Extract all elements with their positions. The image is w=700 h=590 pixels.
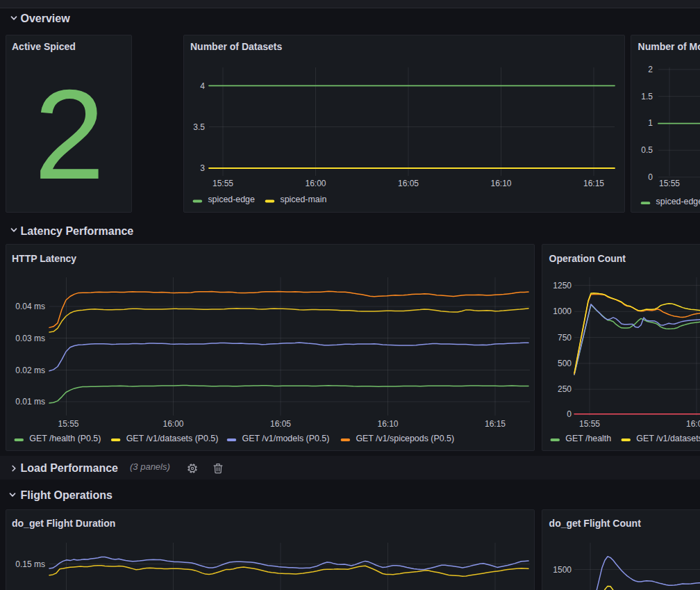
svg-text:16:10: 16:10 xyxy=(377,419,398,429)
svg-text:16:15: 16:15 xyxy=(583,179,604,188)
svg-text:15:55: 15:55 xyxy=(579,419,600,429)
svg-text:16:05: 16:05 xyxy=(270,419,291,429)
svg-text:15:55: 15:55 xyxy=(212,179,233,188)
svg-text:0: 0 xyxy=(648,172,653,182)
svg-text:0.5: 0.5 xyxy=(641,145,653,155)
svg-text:4: 4 xyxy=(200,81,205,91)
svg-text:Operation Count: Operation Count xyxy=(549,253,626,264)
svg-text:spiced-edge: spiced-edge xyxy=(656,197,700,206)
svg-text:0.01 ms: 0.01 ms xyxy=(15,397,45,407)
svg-text:0.15 ms: 0.15 ms xyxy=(15,559,45,569)
svg-text:1250: 1250 xyxy=(553,281,572,290)
svg-text:3: 3 xyxy=(200,163,205,173)
svg-text:2: 2 xyxy=(648,65,653,74)
svg-text:do_get Flight Duration: do_get Flight Duration xyxy=(12,518,115,529)
svg-text:do_get Flight Count: do_get Flight Count xyxy=(549,518,642,529)
svg-text:2: 2 xyxy=(34,63,105,206)
svg-text:16:00: 16:00 xyxy=(305,179,326,188)
svg-text:3.5: 3.5 xyxy=(193,122,205,132)
svg-text:750: 750 xyxy=(558,333,572,343)
svg-text:Number of Datasets: Number of Datasets xyxy=(190,41,282,52)
svg-text:16:00: 16:00 xyxy=(686,419,700,429)
svg-text:16:10: 16:10 xyxy=(490,179,511,188)
svg-text:GET /v1/datasets: GET /v1/datasets xyxy=(636,434,700,443)
svg-text:GET /v1/datasets (P0.5): GET /v1/datasets (P0.5) xyxy=(126,434,219,443)
svg-text:1: 1 xyxy=(648,118,653,128)
svg-text:1500: 1500 xyxy=(553,565,572,575)
svg-text:0.03 ms: 0.03 ms xyxy=(15,334,45,343)
svg-text:15:55: 15:55 xyxy=(58,419,78,429)
svg-text:500: 500 xyxy=(558,359,572,368)
svg-text:250: 250 xyxy=(558,384,572,394)
svg-text:16:15: 16:15 xyxy=(485,419,506,429)
svg-text:spiced-edge: spiced-edge xyxy=(208,195,255,204)
svg-text:0.02 ms: 0.02 ms xyxy=(15,366,45,375)
svg-text:16:00: 16:00 xyxy=(162,419,183,429)
svg-text:GET /health: GET /health xyxy=(565,434,611,443)
svg-text:Number of Models: Number of Models xyxy=(638,41,700,52)
svg-text:15:55: 15:55 xyxy=(659,179,680,188)
svg-text:16:05: 16:05 xyxy=(398,179,419,188)
svg-text:GET /v1/spicepods (P0.5): GET /v1/spicepods (P0.5) xyxy=(356,434,454,443)
svg-text:0.04 ms: 0.04 ms xyxy=(15,302,45,311)
svg-text:GET /health (P0.5): GET /health (P0.5) xyxy=(29,434,101,443)
svg-text:spiced-main: spiced-main xyxy=(281,195,327,204)
svg-text:GET /v1/models (P0.5): GET /v1/models (P0.5) xyxy=(242,434,330,443)
svg-text:1.5: 1.5 xyxy=(641,92,653,101)
svg-text:HTTP Latency: HTTP Latency xyxy=(12,253,76,264)
svg-text:0: 0 xyxy=(567,409,572,419)
svg-text:Active Spiced: Active Spiced xyxy=(12,41,76,52)
svg-text:1000: 1000 xyxy=(553,306,572,316)
